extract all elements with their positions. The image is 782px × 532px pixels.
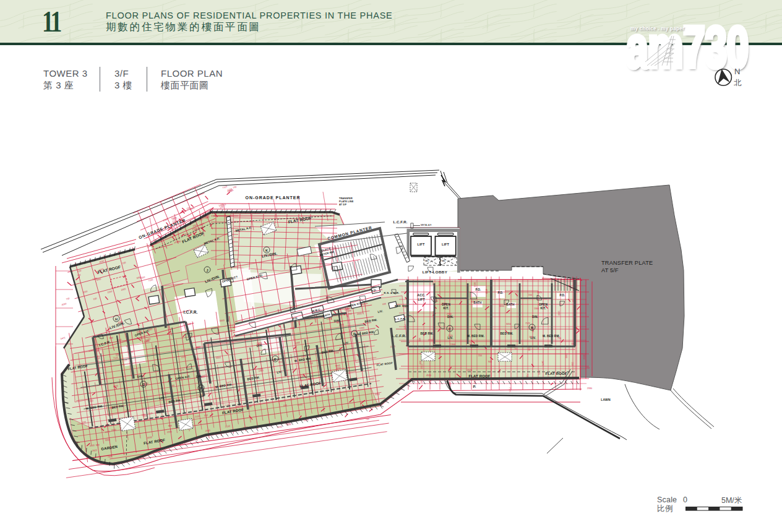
svg-text:1300: 1300 [450, 343, 455, 346]
svg-text:1300: 1300 [557, 311, 560, 315]
svg-text:B: B [531, 326, 533, 330]
svg-text:BED RM.: BED RM. [421, 332, 434, 335]
svg-text:900: 900 [168, 424, 172, 427]
svg-text:L.C.F.R.: L.C.F.R. [393, 220, 407, 224]
svg-text:750: 750 [66, 298, 70, 301]
svg-text:150: 150 [82, 421, 86, 424]
svg-text:150: 150 [571, 362, 574, 366]
svg-text:L.C.F.R.: L.C.F.R. [392, 334, 406, 338]
svg-text:150: 150 [478, 354, 482, 357]
svg-text:ON-GRADE PLANTER: ON-GRADE PLANTER [245, 195, 300, 200]
svg-text:PLATE LINE: PLATE LINE [339, 200, 354, 203]
svg-text:2150: 2150 [428, 339, 433, 341]
svg-text:KIT.: KIT. [444, 307, 449, 310]
svg-text:M. BED RM.: M. BED RM. [543, 335, 560, 338]
svg-text:2330: 2330 [587, 387, 592, 390]
svg-text:900: 900 [419, 361, 421, 364]
svg-text:H: H [115, 317, 118, 321]
svg-text:1475: 1475 [541, 361, 544, 366]
svg-text:J: J [206, 268, 208, 272]
svg-text:900: 900 [110, 337, 113, 340]
svg-text:LIFT: LIFT [417, 242, 425, 246]
svg-text:150: 150 [586, 367, 590, 369]
svg-text:P.D.: P.D. [559, 294, 565, 297]
svg-text:3050: 3050 [473, 282, 476, 287]
svg-text:150: 150 [283, 404, 287, 407]
svg-text:7125: 7125 [222, 185, 228, 189]
svg-text:AT 5/F: AT 5/F [339, 204, 347, 206]
svg-text:7125: 7125 [403, 324, 406, 329]
svg-text:TAS: TAS [441, 260, 445, 262]
svg-text:150: 150 [142, 413, 145, 416]
svg-text:AT 5/F: AT 5/F [601, 267, 619, 273]
svg-text:750: 750 [526, 374, 528, 377]
svg-text:750: 750 [309, 362, 313, 365]
svg-text:4530: 4530 [485, 289, 488, 294]
svg-text:7125: 7125 [525, 322, 530, 325]
svg-text:7125: 7125 [509, 387, 511, 392]
svg-text:4530: 4530 [61, 302, 67, 306]
svg-text:EAD: EAD [395, 304, 401, 307]
svg-text:750: 750 [108, 455, 111, 458]
svg-text:KIT.: KIT. [541, 307, 546, 310]
svg-text:K.S. & M.R.: K.S. & M.R. [384, 291, 399, 294]
svg-text:150: 150 [382, 302, 386, 306]
svg-text:LIFT: LIFT [442, 242, 450, 246]
svg-text:L.C.F.R.: L.C.F.R. [395, 317, 405, 320]
svg-text:900: 900 [418, 338, 421, 341]
svg-text:LIFT LOBBY: LIFT LOBBY [423, 270, 448, 274]
svg-text:7125: 7125 [537, 291, 542, 294]
svg-text:I.C.F.R.: I.C.F.R. [184, 310, 198, 314]
svg-text:END: END [402, 304, 408, 307]
svg-text:4530: 4530 [426, 374, 431, 377]
svg-text:LIFT: LIFT [418, 298, 425, 301]
svg-text:LIV.: LIV. [531, 337, 536, 340]
svg-text:3050: 3050 [583, 354, 585, 359]
svg-text:DIN.: DIN. [447, 315, 453, 319]
svg-text:150: 150 [187, 322, 191, 325]
svg-text:3050: 3050 [506, 323, 511, 325]
svg-text:FLAT ROOF: FLAT ROOF [545, 372, 567, 375]
svg-text:BATH: BATH [473, 301, 482, 304]
svg-text:K: K [265, 249, 268, 252]
svg-text:2925: 2925 [538, 370, 540, 375]
svg-text:2925: 2925 [265, 432, 270, 435]
svg-text:BATH: BATH [506, 303, 515, 306]
svg-text:FLAT ROOF: FLAT ROOF [468, 374, 490, 378]
svg-text:4530: 4530 [438, 281, 440, 286]
svg-text:3050: 3050 [499, 305, 504, 307]
svg-text:D: D [353, 332, 356, 336]
svg-text:E: E [274, 358, 277, 361]
svg-text:2330: 2330 [565, 353, 567, 358]
svg-text:METAL A.F.: METAL A.F. [421, 224, 432, 226]
svg-text:G: G [142, 383, 145, 387]
svg-text:7125: 7125 [254, 432, 259, 435]
svg-text:F: F [200, 387, 202, 390]
svg-text:750: 750 [233, 186, 237, 189]
svg-text:TRANSFER PLATE: TRANSFER PLATE [601, 260, 653, 266]
svg-text:2150: 2150 [163, 218, 168, 221]
svg-text:150: 150 [528, 294, 532, 296]
svg-text:OPEN: OPEN [442, 303, 450, 306]
svg-text:1475: 1475 [60, 337, 66, 340]
svg-text:2150: 2150 [420, 364, 423, 369]
svg-text:150: 150 [146, 340, 150, 343]
svg-text:BED RM.: BED RM. [501, 332, 513, 335]
svg-text:P.D.: P.D. [475, 288, 481, 291]
svg-text:150: 150 [204, 414, 208, 417]
svg-text:P.D.: P.D. [497, 291, 503, 294]
svg-text:900: 900 [488, 361, 492, 363]
svg-text:750: 750 [348, 312, 352, 315]
svg-text:LAWN: LAWN [601, 398, 611, 401]
svg-text:LIV.: LIV. [448, 337, 453, 340]
svg-text:750: 750 [366, 418, 369, 421]
svg-text:P.: P. [473, 385, 476, 388]
svg-text:1300: 1300 [534, 307, 539, 310]
svg-text:900: 900 [96, 444, 100, 447]
svg-text:C: C [449, 327, 451, 331]
svg-text:ACC.: ACC. [417, 293, 426, 297]
svg-text:TRANSFER: TRANSFER [339, 197, 353, 200]
svg-text:M. BED RM.: M. BED RM. [467, 335, 484, 338]
svg-text:DIN.: DIN. [532, 315, 538, 319]
svg-text:OPEN: OPEN [539, 303, 548, 306]
